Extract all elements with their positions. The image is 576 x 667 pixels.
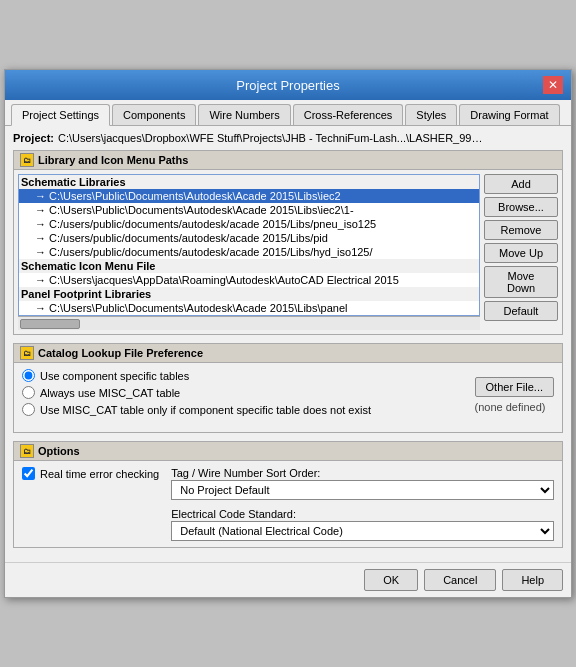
options-section-title: Options: [38, 445, 80, 457]
list-item[interactable]: → C:\Users\Public\Documents\Autodesk\Aca…: [19, 189, 479, 203]
bottom-bar: OK Cancel Help: [5, 562, 571, 597]
other-file-button[interactable]: Other File...: [475, 377, 554, 397]
scroll-thumb[interactable]: [20, 319, 80, 329]
catalog-section: 🗂 Catalog Lookup File Preference Use com…: [13, 343, 563, 433]
radio-component-specific-label: Use component specific tables: [40, 370, 189, 382]
project-label: Project:: [13, 132, 54, 144]
tab-styles[interactable]: Styles: [405, 104, 457, 125]
elec-code-group: Electrical Code Standard: Default (Natio…: [171, 508, 554, 541]
list-item[interactable]: → C:/users/public/documents/autodesk/aca…: [19, 231, 479, 245]
library-button-group: Add Browse... Remove Move Up Move Down D…: [484, 174, 558, 330]
horizontal-scrollbar[interactable]: [18, 316, 480, 330]
library-section: 🗂 Library and Icon Menu Paths Schematic …: [13, 150, 563, 335]
radio-misc-cat-if-input[interactable]: [22, 403, 35, 416]
library-container: Schematic Libraries → C:\Users\Public\Do…: [14, 170, 562, 334]
catalog-section-title: Catalog Lookup File Preference: [38, 347, 203, 359]
options-left: Real time error checking: [22, 467, 159, 541]
options-section: 🗂 Options Real time error checking Tag /…: [13, 441, 563, 548]
list-item[interactable]: → C:\Users\jacques\AppData\Roaming\Autod…: [19, 273, 479, 287]
options-section-header: 🗂 Options: [14, 442, 562, 461]
tab-drawing-format[interactable]: Drawing Format: [459, 104, 559, 125]
list-section-panel: Panel Footprint Libraries: [19, 287, 479, 301]
library-section-title: Library and Icon Menu Paths: [38, 154, 188, 166]
tab-wire-numbers[interactable]: Wire Numbers: [198, 104, 290, 125]
elec-code-dropdown[interactable]: Default (National Electrical Code) IEC J…: [171, 521, 554, 541]
tab-content: Project: C:\Users\jacques\Dropbox\WFE St…: [5, 126, 571, 562]
realtime-error-checkbox[interactable]: Real time error checking: [22, 467, 159, 480]
list-section-icon-menu: Schematic Icon Menu File: [19, 259, 479, 273]
tab-project-settings[interactable]: Project Settings: [11, 104, 110, 126]
options-content: Real time error checking Tag / Wire Numb…: [14, 461, 562, 547]
tab-components[interactable]: Components: [112, 104, 196, 125]
options-icon: 🗂: [20, 444, 34, 458]
radio-misc-cat[interactable]: Always use MISC_CAT table: [22, 386, 371, 399]
add-button[interactable]: Add: [484, 174, 558, 194]
radio-misc-cat-input[interactable]: [22, 386, 35, 399]
list-item[interactable]: → C:\Users\Public\Documents\Autodesk\Aca…: [19, 203, 479, 217]
tag-sort-group: Tag / Wire Number Sort Order: No Project…: [171, 467, 554, 500]
remove-button[interactable]: Remove: [484, 220, 558, 240]
help-button[interactable]: Help: [502, 569, 563, 591]
radio-misc-cat-label: Always use MISC_CAT table: [40, 387, 180, 399]
realtime-error-input[interactable]: [22, 467, 35, 480]
elec-code-label: Electrical Code Standard:: [171, 508, 554, 520]
catalog-content: Use component specific tables Always use…: [14, 363, 562, 432]
tag-sort-dropdown[interactable]: No Project Default Ascending Descending: [171, 480, 554, 500]
window-title: Project Properties: [33, 78, 543, 93]
tag-sort-label: Tag / Wire Number Sort Order:: [171, 467, 554, 479]
library-section-header: 🗂 Library and Icon Menu Paths: [14, 151, 562, 170]
catalog-section-header: 🗂 Catalog Lookup File Preference: [14, 344, 562, 363]
cancel-button[interactable]: Cancel: [424, 569, 496, 591]
default-button[interactable]: Default: [484, 301, 558, 321]
none-defined-label: (none defined): [475, 401, 546, 413]
ok-button[interactable]: OK: [364, 569, 418, 591]
list-item[interactable]: → C:/users/public/documents/autodesk/aca…: [19, 245, 479, 259]
options-right: Tag / Wire Number Sort Order: No Project…: [171, 467, 554, 541]
title-bar: Project Properties ✕: [5, 70, 571, 100]
main-window: Project Properties ✕ Project Settings Co…: [4, 69, 572, 598]
close-button[interactable]: ✕: [543, 76, 563, 94]
radio-misc-cat-if[interactable]: Use MISC_CAT table only if component spe…: [22, 403, 371, 416]
library-listbox[interactable]: Schematic Libraries → C:\Users\Public\Do…: [18, 174, 480, 316]
catalog-row: Use component specific tables Always use…: [22, 369, 554, 420]
tab-bar: Project Settings Components Wire Numbers…: [5, 100, 571, 126]
project-path-row: Project: C:\Users\jacques\Dropbox\WFE St…: [13, 132, 563, 144]
list-section-schematic: Schematic Libraries: [19, 175, 479, 189]
tab-cross-references[interactable]: Cross-References: [293, 104, 404, 125]
move-down-button[interactable]: Move Down: [484, 266, 558, 298]
list-item[interactable]: → C:\Users\Public\Documents\Autodesk\Aca…: [19, 301, 479, 315]
radio-component-specific-input[interactable]: [22, 369, 35, 382]
realtime-error-label: Real time error checking: [40, 468, 159, 480]
list-item[interactable]: → C:/users/public/documents/autodesk/aca…: [19, 217, 479, 231]
radio-component-specific[interactable]: Use component specific tables: [22, 369, 371, 382]
catalog-icon: 🗂: [20, 346, 34, 360]
move-up-button[interactable]: Move Up: [484, 243, 558, 263]
catalog-radio-group: Use component specific tables Always use…: [22, 369, 371, 416]
library-icon: 🗂: [20, 153, 34, 167]
listbox-wrapper: Schematic Libraries → C:\Users\Public\Do…: [18, 174, 480, 330]
options-inner: Real time error checking Tag / Wire Numb…: [22, 467, 554, 541]
browse-button[interactable]: Browse...: [484, 197, 558, 217]
radio-misc-cat-if-label: Use MISC_CAT table only if component spe…: [40, 404, 371, 416]
other-file-group: Other File... (none defined): [475, 377, 554, 413]
project-path-value: C:\Users\jacques\Dropbox\WFE Stuff\Proje…: [58, 132, 488, 144]
